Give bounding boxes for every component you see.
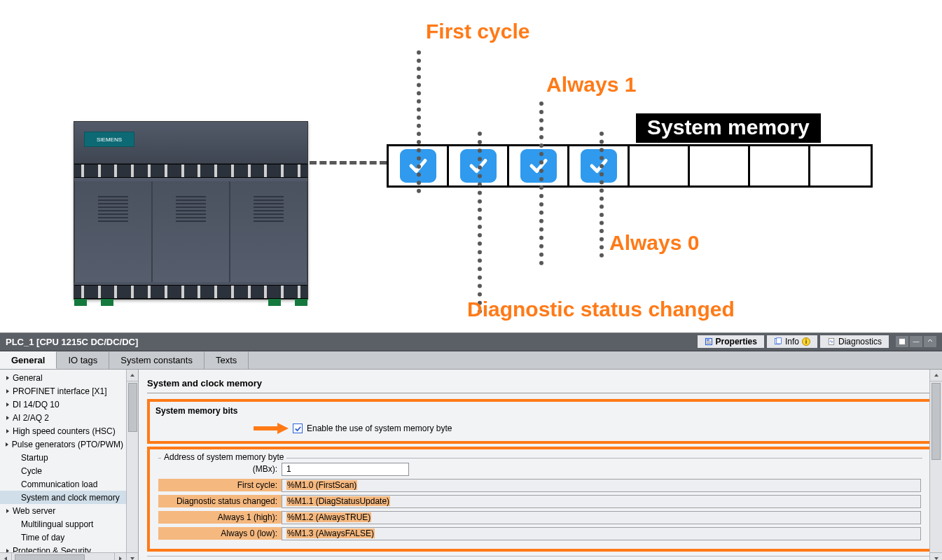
scroll-up-button[interactable] [127, 370, 138, 382]
svg-rect-9 [254, 426, 277, 430]
nav-tree[interactable]: GeneralPROFINET interface [X1]DI 14/DQ 1… [0, 370, 126, 560]
tab-info[interactable]: Info i [767, 335, 817, 348]
main-tab-general[interactable]: General [0, 351, 57, 369]
tree-item-label: Pulse generators (PTO/PWM) [12, 440, 123, 449]
tab-properties[interactable]: Properties [698, 335, 764, 348]
callout-line [417, 50, 421, 193]
memory-byte-row [387, 144, 873, 188]
memory-bit-7 [810, 146, 871, 186]
tree-item[interactable]: Cycle [0, 464, 126, 477]
tree-item[interactable]: Pulse generators (PTO/PWM) [0, 438, 126, 451]
tree-item[interactable]: General [0, 371, 126, 384]
scroll-up-button[interactable] [930, 370, 942, 382]
tree-item[interactable]: PROFINET interface [X1] [0, 384, 126, 398]
expand-arrow-icon[interactable] [4, 428, 11, 435]
annotation-diag-status-changed: Diagnostic status changed [467, 298, 735, 321]
plc-brand-label: SIEMENS [84, 132, 134, 147]
expand-arrow-icon[interactable] [13, 521, 20, 528]
svg-rect-1 [707, 340, 709, 341]
expand-arrow-icon[interactable] [13, 481, 20, 488]
mbx-input[interactable] [282, 463, 409, 476]
scroll-thumb[interactable] [15, 554, 85, 560]
expand-arrow-icon[interactable] [4, 401, 11, 408]
scroll-down-button[interactable] [930, 552, 942, 560]
tree-item-label: Communication load [21, 479, 97, 489]
tree-item[interactable]: Time of day [0, 531, 126, 544]
expand-arrow-icon[interactable] [4, 414, 11, 421]
scroll-down-button[interactable] [127, 552, 138, 560]
tree-item[interactable]: Multilingual support [0, 517, 126, 531]
tree-item[interactable]: High speed counters (HSC) [0, 424, 126, 438]
tab-diagnostics-label: Diagnostics [838, 337, 882, 346]
tree-item-label: Multilingual support [21, 519, 93, 529]
memory-bit-4 [630, 146, 690, 186]
svg-rect-5 [777, 338, 782, 344]
enable-system-memory-checkbox[interactable] [293, 424, 303, 433]
panel-maximize-button[interactable] [924, 336, 936, 347]
main-tab-texts[interactable]: Texts [205, 351, 249, 369]
expand-arrow-icon[interactable] [4, 388, 11, 395]
field-row: Always 1 (high):%M1.2 (AlwaysTRUE) [158, 510, 922, 525]
diagram-area: SIEMENS System memory [0, 0, 942, 332]
tree-item-label: DI 14/DQ 10 [13, 400, 60, 410]
tree-hscrollbar[interactable] [0, 552, 126, 560]
field-row: Diagnostic status changed:%M1.1 (DiagSta… [158, 493, 922, 509]
tree-item-label: Startup [21, 453, 48, 463]
clock-bits-heading: Clock memory bits [147, 556, 934, 560]
properties-icon [705, 337, 713, 346]
tree-item[interactable]: Startup [0, 451, 126, 464]
main-tab-io-tags[interactable]: IO tags [57, 351, 109, 369]
callout-line [539, 102, 543, 265]
tree-item-label: Web server [13, 506, 55, 516]
field-value: %M1.2 (AlwaysTRUE) [282, 511, 921, 524]
annotation-always-0: Always 0 [609, 231, 699, 255]
scroll-left-button[interactable] [0, 553, 12, 560]
tree-item[interactable]: Web server [0, 504, 126, 517]
tab-info-label: Info [785, 337, 799, 346]
diagnostics-icon [827, 337, 836, 346]
svg-rect-3 [707, 343, 711, 344]
checkmark-icon [520, 149, 557, 183]
scroll-right-button[interactable] [114, 553, 126, 560]
field-row: Always 0 (low):%M1.3 (AlwaysFALSE) [158, 526, 922, 541]
system-bits-heading: System memory bits [155, 406, 925, 423]
scroll-thumb[interactable] [931, 383, 941, 460]
tree-item-label: High speed counters (HSC) [13, 426, 116, 436]
highlight-address-fields: Address of system memory byte (MBx): Fir… [147, 447, 934, 552]
tree-item-label: PROFINET interface [X1] [13, 386, 107, 396]
field-label: First cycle: [158, 479, 282, 491]
main-tab-system-constants[interactable]: System constants [109, 351, 205, 369]
expand-arrow-icon[interactable] [13, 534, 20, 541]
tree-item[interactable]: DI 14/DQ 10 [0, 398, 126, 411]
connector-line [310, 161, 387, 164]
field-label: Always 0 (low): [158, 527, 282, 540]
main-tab-strip: General IO tags System constants Texts [0, 351, 942, 370]
callout-line [600, 132, 604, 258]
memory-bit-5 [690, 146, 750, 186]
field-label: Always 1 (high): [158, 511, 282, 524]
panel-minimize-button[interactable]: — [910, 336, 922, 347]
expand-arrow-icon[interactable] [13, 468, 20, 475]
mbx-label: (MBx): [158, 464, 282, 474]
system-memory-title: System memory [636, 113, 821, 143]
panel-pin-button[interactable] [896, 336, 908, 347]
tab-diagnostics[interactable]: Diagnostics [820, 335, 889, 348]
expand-arrow-icon[interactable] [4, 374, 11, 382]
expand-arrow-icon[interactable] [4, 507, 11, 514]
tree-item-label: AI 2/AQ 2 [13, 413, 49, 423]
tab-properties-label: Properties [716, 337, 757, 346]
content-vscrollbar[interactable] [929, 370, 942, 560]
expand-arrow-icon[interactable] [13, 454, 20, 461]
nav-tree-wrap: GeneralPROFINET interface [X1]DI 14/DQ 1… [0, 370, 139, 560]
svg-rect-7 [899, 339, 902, 344]
expand-arrow-icon[interactable] [4, 441, 11, 448]
tree-item[interactable]: AI 2/AQ 2 [0, 411, 126, 424]
scroll-thumb[interactable] [128, 383, 137, 432]
annotation-first-cycle: First cycle [426, 20, 529, 43]
tree-item[interactable]: System and clock memory [0, 491, 126, 504]
tree-item[interactable]: Communication load [0, 477, 126, 491]
expand-arrow-icon[interactable] [13, 494, 20, 501]
tree-vscrollbar[interactable] [126, 370, 138, 560]
tree-item-label: Cycle [21, 466, 42, 476]
info-badge-icon: i [802, 337, 810, 346]
